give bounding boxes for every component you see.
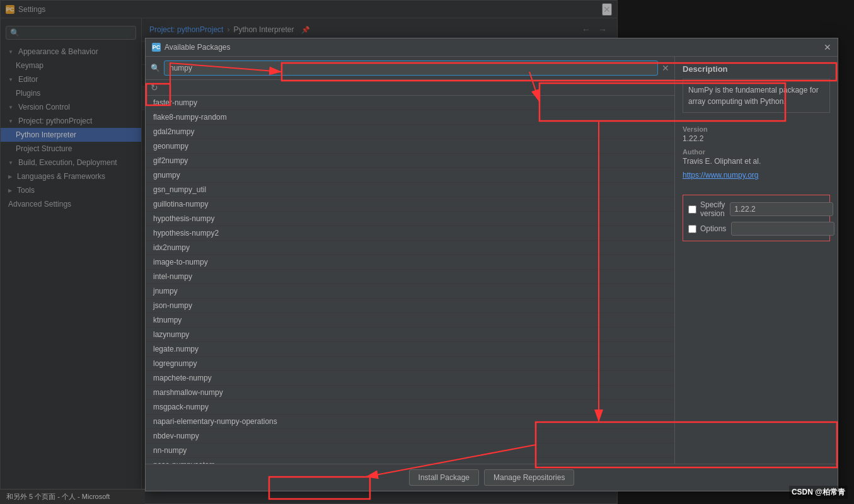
pkg-item-nn-numpy[interactable]: nn-numpy — [146, 444, 674, 458]
pkg-item-ktnumpy[interactable]: ktnumpy — [146, 313, 674, 328]
pkg-item-msgpack[interactable]: msgpack-numpy — [146, 400, 674, 415]
pkg-item-hypothesis[interactable]: hypothesis-numpy — [146, 212, 674, 226]
watermark: CSDN @柏常青 — [789, 486, 848, 499]
modal-overlay: PC Available Packages ✕ 🔍 ✕ ↻ — [0, 0, 854, 504]
pkg-item-marshmallow[interactable]: marshmallow-numpy — [146, 386, 674, 400]
pkg-item-flake8[interactable]: flake8-numpy-random — [146, 110, 674, 125]
taskbar-text: 和另外 5 个页面 - 个人 - Microsoft — [6, 493, 110, 500]
modal-close-button[interactable]: ✕ — [824, 42, 831, 52]
modal-title-left: PC Available Packages — [152, 43, 231, 52]
pkg-item-mapchete[interactable]: mapchete-numpy — [146, 371, 674, 386]
pkg-item-lazynumpy[interactable]: lazynumpy — [146, 328, 674, 342]
numpy-link[interactable]: https://www.numpy.org — [683, 171, 759, 180]
manage-repositories-button[interactable]: Manage Repositories — [484, 469, 574, 486]
pkg-search-input[interactable] — [164, 60, 658, 76]
specify-version-checkbox[interactable] — [688, 205, 696, 214]
pkg-item-nose[interactable]: nose-numpyseterr — [146, 458, 674, 464]
pkg-item-gif2numpy[interactable]: gif2numpy — [146, 154, 674, 168]
pkg-item-logregnumpy[interactable]: logregnumpy — [146, 357, 674, 371]
pkg-item-intel[interactable]: intel-numpy — [146, 270, 674, 284]
pkg-item-gsn[interactable]: gsn_numpy_util — [146, 183, 674, 197]
options-label: Options — [688, 224, 726, 233]
taskbar-hint: 和另外 5 个页面 - 个人 - Microsoft — [0, 489, 145, 504]
refresh-icon[interactable]: ↻ — [151, 83, 158, 93]
package-list-panel: 🔍 ✕ ↻ faster-numpy flake8-numpy-random g… — [146, 57, 675, 464]
pkg-item-legate[interactable]: legate.numpy — [146, 342, 674, 357]
version-label: Version — [683, 125, 830, 133]
search-icon: 🔍 — [151, 64, 160, 72]
modal-title-icon: PC — [152, 43, 161, 52]
pkg-item-gnumpy[interactable]: gnumpy — [146, 168, 674, 183]
pkg-item-gdal2numpy[interactable]: gdal2numpy — [146, 125, 674, 139]
pkg-item-napari[interactable]: napari-elementary-numpy-operations — [146, 415, 674, 429]
pkg-item-jnumpy[interactable]: jnumpy — [146, 284, 674, 299]
modal-footer: Install Package Manage Repositories — [146, 464, 838, 491]
pkg-item-idx2numpy[interactable]: idx2numpy — [146, 241, 674, 255]
modal-title-bar: PC Available Packages ✕ — [146, 38, 838, 57]
pkg-item-image-to-numpy[interactable]: image-to-numpy — [146, 255, 674, 270]
options-input[interactable] — [731, 222, 834, 236]
pkg-search-bar: 🔍 ✕ — [146, 57, 674, 80]
available-packages-modal: PC Available Packages ✕ 🔍 ✕ ↻ — [145, 38, 838, 491]
options-row: Options — [688, 222, 824, 236]
pkg-item-hypothesis2[interactable]: hypothesis-numpy2 — [146, 226, 674, 241]
pkg-search-clear-icon[interactable]: ✕ — [662, 63, 669, 73]
install-package-button[interactable]: Install Package — [409, 469, 479, 486]
pkg-refresh-bar: ↻ — [146, 80, 674, 96]
author-label: Author — [683, 148, 830, 156]
specify-version-label: Specify version — [688, 200, 725, 218]
desc-text: NumPy is the fundamental package for arr… — [683, 79, 830, 113]
pkg-item-json-numpy[interactable]: json-numpy — [146, 299, 674, 313]
pkg-list: faster-numpy flake8-numpy-random gdal2nu… — [146, 96, 674, 464]
modal-title-text: Available Packages — [164, 43, 231, 52]
options-checkbox[interactable] — [688, 225, 696, 233]
pkg-item-faster-numpy[interactable]: faster-numpy — [146, 96, 674, 110]
author-value: Travis E. Oliphant et al. — [683, 157, 830, 166]
pkg-item-nbdev[interactable]: nbdev-numpy — [146, 429, 674, 444]
version-value: 1.22.2 — [683, 134, 830, 143]
pkg-item-geonumpy[interactable]: geonumpy — [146, 139, 674, 154]
desc-title: Description — [683, 64, 830, 74]
version-row: Specify version ▼ — [688, 200, 824, 218]
pkg-description-panel: Description NumPy is the fundamental pac… — [675, 57, 838, 464]
version-options-box: Specify version ▼ Options — [683, 195, 830, 241]
pkg-item-guillotina[interactable]: guillotina-numpy — [146, 197, 674, 212]
modal-body: 🔍 ✕ ↻ faster-numpy flake8-numpy-random g… — [146, 57, 838, 464]
version-input[interactable] — [730, 202, 833, 216]
